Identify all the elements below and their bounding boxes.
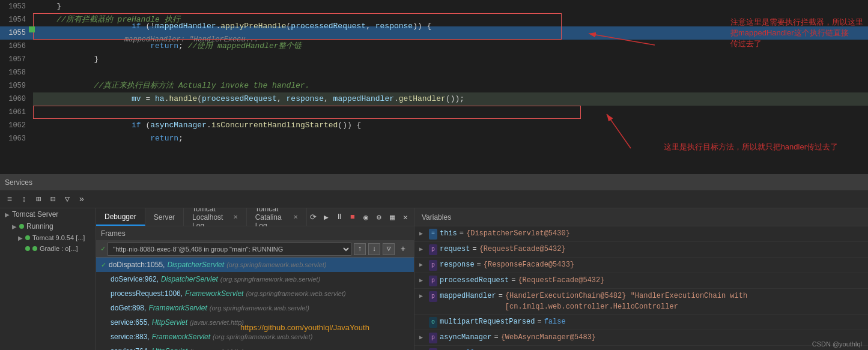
toolbar-icon-sort[interactable]: ↕ xyxy=(18,193,30,205)
gradle-status-icon xyxy=(25,246,30,251)
line-num-1062: 1062 xyxy=(0,119,33,132)
debug-icon-stop[interactable]: ■ xyxy=(347,211,359,223)
frame-pkg-5: (org.springframework.web.servlet) xyxy=(213,331,312,342)
frame-nav-down[interactable]: ↓ xyxy=(368,243,380,255)
var-val-asyncmanager: {WebAsyncManager@5483} xyxy=(501,332,596,343)
var-name-request: request xyxy=(440,244,470,255)
frame-item-3[interactable]: doGet:898, FrameworkServlet (org.springf… xyxy=(96,301,414,315)
frame-pkg-4: (javax.servlet.http) xyxy=(190,317,244,328)
var-val-mv: null xyxy=(458,348,475,350)
line-content-1060: mv = ha.handle(processedRequest, respons… xyxy=(33,79,868,119)
tab-localhost-log[interactable]: Tomcat Localhost Log ✕ xyxy=(184,208,247,226)
frame-check-0: ✓ xyxy=(101,259,106,270)
tab-localhost-log-close[interactable]: ✕ xyxy=(233,214,238,220)
var-badge-asyncmanager: p xyxy=(429,333,437,343)
tree-item-gradle[interactable]: Gradle : o[...] xyxy=(0,243,96,254)
tree-item-tomcat-server[interactable]: ▶ Tomcat Server xyxy=(0,208,96,220)
tab-server[interactable]: Server xyxy=(145,208,184,226)
debug-icon-close[interactable]: ✕ xyxy=(399,211,411,223)
var-name-this: this xyxy=(440,228,457,239)
toolbar-icon-collapse[interactable]: ⊟ xyxy=(47,193,59,205)
var-arrow-this: ▶ xyxy=(419,229,426,240)
var-eq-mappedhandler: = xyxy=(499,291,503,301)
debug-icon-mute[interactable]: ◉ xyxy=(360,211,372,223)
var-item-mappedhandler[interactable]: ▶ p mappedHandler = {HandlerExecutionCha… xyxy=(414,289,868,315)
tab-server-label: Server xyxy=(154,213,175,222)
var-eq-request: = xyxy=(472,244,476,255)
tab-catalina-log[interactable]: Tomcat Catalina Log ✕ xyxy=(247,208,307,226)
frame-nav-add[interactable]: + xyxy=(397,243,409,255)
var-val-multipart: false xyxy=(544,316,566,327)
thread-check-icon: ✓ xyxy=(101,244,105,253)
vars-label: Variables xyxy=(422,213,451,222)
frame-item-1[interactable]: doService:962, DispatcherServlet (org.sp… xyxy=(96,272,414,286)
services-body: ▶ Tomcat Server ▶ Running ▶ Tomcat 9.0.5… xyxy=(0,208,868,350)
var-arrow-response: ▶ xyxy=(419,260,426,271)
var-badge-multipart: o xyxy=(429,317,437,328)
var-val-this: {DispatcherServlet@5430} xyxy=(466,228,570,239)
var-arrow-request: ▶ xyxy=(419,244,426,255)
var-val-request: {RequestFacade@5432} xyxy=(479,244,566,255)
debugger-frames-panel: Debugger Server Tomcat Localhost Log ✕ T… xyxy=(96,208,414,350)
thread-select-dropdown[interactable]: "http-nio-8080-exec-8"@5,408 in group "m… xyxy=(108,243,351,256)
debug-tabs: Debugger Server Tomcat Localhost Log ✕ T… xyxy=(96,208,414,226)
var-name-mappedhandler: mappedHandler xyxy=(440,291,496,301)
frame-nav-up[interactable]: ↑ xyxy=(354,243,366,255)
var-name-mv: mv xyxy=(440,348,448,350)
var-name-response: response xyxy=(440,259,475,270)
tab-debugger[interactable]: Debugger xyxy=(96,208,145,226)
debug-icon-resume[interactable]: ▶ xyxy=(320,211,332,223)
var-item-mv[interactable]: ▶ p mv = null xyxy=(414,346,868,350)
services-title: Services xyxy=(5,178,32,187)
frame-pkg-1: (org.springframework.web.servlet) xyxy=(220,274,320,285)
tomcat-server-label: Tomcat Server xyxy=(12,210,58,219)
var-badge-request: p xyxy=(429,244,437,255)
watermark-csdn: CSDN @youthlql xyxy=(812,340,862,348)
var-eq-multipart: = xyxy=(537,316,541,327)
tree-item-tomcat-instance[interactable]: ▶ Tomcat 9.0.54 [...] xyxy=(0,232,96,243)
var-item-response[interactable]: ▶ p response = {ResponseFacade@5433} xyxy=(414,258,868,273)
debug-icon-settings[interactable]: ⚙ xyxy=(373,211,385,223)
var-name-processedrequest: processedRequest xyxy=(440,275,509,286)
frame-nav-filter[interactable]: ▽ xyxy=(383,243,395,255)
var-item-multipart[interactable]: ▶ o multipartRequestParsed = false xyxy=(414,315,868,330)
toolbar-icon-more[interactable]: » xyxy=(76,193,88,205)
annotation-2: 这里是执行目标方法，所以就只把handler传过去了 xyxy=(664,142,838,152)
line-num-1061: 1061 xyxy=(0,106,33,119)
var-item-processedrequest[interactable]: ▶ p processedRequest = {RequestFacade@54… xyxy=(414,273,868,289)
toolbar-icon-list[interactable]: ≡ xyxy=(4,193,16,205)
frame-item-6[interactable]: service:764, HttpServlet (javax.servlet.… xyxy=(96,344,414,350)
line-num-1057: 1057 xyxy=(0,53,33,66)
var-item-request[interactable]: ▶ p request = {RequestFacade@5432} xyxy=(414,242,868,258)
var-eq-asyncmanager: = xyxy=(494,332,498,343)
tab-catalina-log-close[interactable]: ✕ xyxy=(293,214,298,220)
vars-list: ▶ = this = {DispatcherServlet@5430} ▶ p … xyxy=(414,226,868,350)
tree-item-running[interactable]: ▶ Running xyxy=(0,220,96,232)
toolbar-icon-filter[interactable]: ▽ xyxy=(61,193,73,205)
tree-arrow-running: ▶ xyxy=(12,223,17,230)
var-item-asyncmanager[interactable]: ▶ p asyncManager = {WebAsyncManager@5483… xyxy=(414,330,868,346)
var-val-processedrequest: {RequestFacade@5432} xyxy=(518,275,604,286)
var-badge-this: = xyxy=(429,229,437,240)
services-toolbar: ≡ ↕ ⊞ ⊟ ▽ » xyxy=(0,190,868,208)
frame-class-6: HttpServlet xyxy=(152,346,187,350)
frame-item-2[interactable]: processRequest:1006, FrameworkServlet (o… xyxy=(96,286,414,301)
frame-pkg-6: (javax.servlet.http) xyxy=(190,346,244,350)
frame-class-2: FrameworkServlet xyxy=(185,288,243,299)
debug-icon-pause[interactable]: ⏸ xyxy=(333,211,345,223)
frame-pkg-0: (org.springframework.web.servlet) xyxy=(226,259,326,270)
tab-debugger-label: Debugger xyxy=(105,213,136,221)
debug-icon-rerun[interactable]: ⟳ xyxy=(307,211,319,223)
var-item-this[interactable]: ▶ = this = {DispatcherServlet@5430} xyxy=(414,226,868,242)
debug-icon-layout[interactable]: ▦ xyxy=(386,211,398,223)
frame-item-0[interactable]: ✓ doDispatch:1055, DispatcherServlet (or… xyxy=(96,258,414,272)
var-arrow-asyncmanager: ▶ xyxy=(419,333,426,343)
toolbar-icon-expand[interactable]: ⊞ xyxy=(32,193,44,205)
frame-loc-6: service:764, xyxy=(111,346,150,350)
frame-loc-2: processRequest:1006, xyxy=(111,288,183,299)
thread-selector: ✓ "http-nio-8080-exec-8"@5,408 in group … xyxy=(96,241,414,258)
frame-class-1: DispatcherServlet xyxy=(161,274,218,285)
annotation-1: 注意这里是需要执行拦截器，所以这里把mappedHandler这个执行链直接传过… xyxy=(730,17,863,50)
var-badge-response: p xyxy=(429,260,437,271)
var-arrow-multipart: ▶ xyxy=(419,317,426,328)
